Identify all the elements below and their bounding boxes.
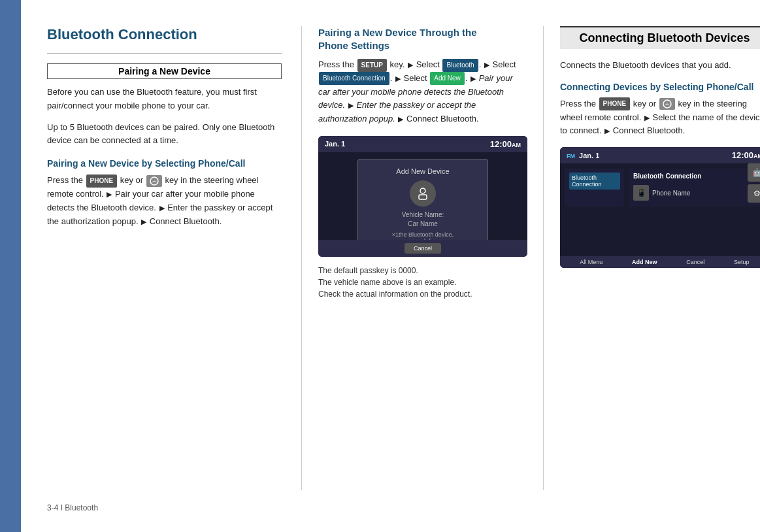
- left-sidebar: [0, 0, 21, 532]
- setup-button: SETUP: [357, 59, 387, 72]
- bt-connection-menu-item: Bluetooth Connection: [569, 173, 620, 190]
- subsection1-text4: Connect Bluetooth.: [150, 216, 222, 226]
- vehicle-label: Vehicle Name: Car Name: [366, 210, 480, 229]
- footer-text: 3-4 I Bluetooth: [47, 503, 98, 512]
- intro-text-1: Before you can use the Bluetooth feature…: [47, 86, 282, 113]
- connecting-devices-subtitle: Connecting Devices by Selecting Phone/Ca…: [560, 82, 760, 92]
- right-text1-prefix: Press the: [560, 99, 596, 108]
- device-icon: [410, 180, 436, 207]
- middle-text6: Connect Bluetooth.: [406, 114, 479, 124]
- arrow3: ▶: [141, 218, 146, 225]
- phone-button-label: PHONE: [86, 175, 118, 188]
- middle-body-text: Press the SETUP key. ▶ Select Bluetooth.…: [318, 58, 527, 126]
- middle-arrow3: ▶: [395, 75, 401, 82]
- subsection1-title: Pairing a New Device by Selecting Phone/…: [47, 158, 282, 169]
- middle-arrow4: ▶: [471, 75, 476, 82]
- subsection1-body: Press the PHONE key or key in the steeri…: [47, 174, 282, 228]
- right-text1-mid: key or: [633, 99, 656, 108]
- screen-footer: Cancel: [318, 240, 527, 257]
- cancel-screen-btn: Cancel: [405, 243, 441, 254]
- right-screen-footer: All Menu Add New Cancel Setup: [560, 256, 760, 268]
- fm-label: FM: [567, 153, 575, 159]
- middle-arrow5: ▶: [348, 101, 354, 109]
- caption-1: The default passkey is 0000.: [318, 265, 527, 276]
- right-phone-button: PHONE: [599, 97, 631, 110]
- caption-3: Check the actual information on the prod…: [318, 288, 527, 300]
- middle-text1-mid: key.: [390, 59, 405, 69]
- arrow2: ▶: [159, 204, 165, 212]
- subsection1-text-mid: key or: [120, 175, 143, 185]
- left-column: Bluetooth Connection Pairing a New Devic…: [47, 26, 302, 490]
- bt-content-title: Bluetooth Connection: [633, 173, 760, 180]
- add-new-button: Add New: [430, 72, 465, 85]
- bt-device-row: 📱 Phone Name: [633, 183, 760, 203]
- columns-layout: Bluetooth Connection Pairing a New Devic…: [47, 26, 760, 490]
- right-text3: Connect Bluetooth.: [613, 125, 686, 135]
- right-body: Press the PHONE key or key in the steeri…: [560, 97, 760, 138]
- divider: [47, 53, 282, 54]
- middle-title: Pairing a New Device Through the Phone S…: [318, 26, 527, 52]
- bluetooth-connection-button: Bluetooth Connection: [319, 72, 389, 85]
- middle-text1-prefix: Press the: [318, 59, 354, 69]
- bt-content-right: Bluetooth Connection 📱 Phone Name: [629, 169, 760, 207]
- bluetooth-button: Bluetooth: [442, 59, 478, 72]
- middle-text3-pre: Select: [403, 73, 427, 83]
- right-arrow2: ▶: [604, 127, 610, 135]
- screen-date: Jan. 1: [325, 140, 345, 148]
- right-column: Connecting Bluetooth Devices Connects th…: [544, 26, 760, 490]
- arrow1: ▶: [107, 190, 112, 198]
- bt-menu-left: Bluetooth Connection: [565, 169, 624, 207]
- pairing-new-device-heading: Pairing a New Device: [47, 63, 282, 79]
- middle-text1-mid2: Select: [416, 59, 440, 69]
- footer-all-menu-btn: All Menu: [580, 259, 603, 265]
- footer-add-new-btn: Add New: [632, 259, 657, 265]
- right-screen-mockup: FM Jan. 1 12:00AM Bluetooth Connection B…: [560, 147, 760, 268]
- modal-title: Add New Device: [366, 167, 480, 175]
- phone-screen-mockup: Jan. 1 12:00AM Add New Device: [318, 136, 527, 257]
- main-content: Bluetooth Connection Pairing a New Devic…: [21, 0, 760, 532]
- subsection1-text-prefix: Press the: [47, 175, 83, 185]
- footer-setup-btn: Setup: [734, 259, 750, 265]
- middle-arrow6: ▶: [398, 115, 403, 123]
- screen-header: Jan. 1 12:00AM: [318, 136, 527, 152]
- page-footer: 3-4 I Bluetooth: [47, 490, 760, 512]
- right-arrow1: ▶: [644, 114, 650, 122]
- settings-icon: ⚙: [748, 184, 760, 203]
- right-side-icons: 🤖 ⚙: [748, 163, 760, 203]
- android-icon: 🤖: [748, 163, 760, 182]
- connecting-bt-devices-title: Connecting Bluetooth Devices: [560, 26, 760, 49]
- right-steering-wheel-icon: [659, 98, 675, 110]
- svg-point-1: [420, 188, 425, 193]
- bt-device-name: Phone Name: [652, 190, 690, 197]
- bluetooth-connection-title: Bluetooth Connection: [47, 26, 282, 43]
- right-screen-header: FM Jan. 1 12:00AM: [560, 147, 760, 163]
- middle-title-line1: Pairing a New Device Through the: [318, 27, 477, 38]
- right-intro-text: Connects the Bluetooth devices that you …: [560, 59, 760, 73]
- middle-arrow1: ▶: [408, 61, 413, 69]
- footer-cancel-btn: Cancel: [686, 259, 704, 265]
- middle-column: Pairing a New Device Through the Phone S…: [302, 26, 544, 490]
- middle-text2-pre: Select: [493, 59, 516, 69]
- intro-text-2: Up to 5 Bluetooth devices can be paired.…: [47, 121, 282, 148]
- svg-rect-2: [419, 195, 427, 199]
- middle-arrow2: ▶: [484, 61, 489, 69]
- bt-device-icon: 📱: [633, 185, 649, 201]
- caption-2: The vehicle name above is an example.: [318, 276, 527, 288]
- right-screen-time: 12:00AM: [732, 150, 760, 160]
- screen-time: 12:00AM: [490, 139, 521, 149]
- middle-title-line2: Phone Settings: [318, 40, 389, 51]
- right-screen-date: FM Jan. 1: [567, 152, 599, 159]
- bt-screen-body: Bluetooth Connection Bluetooth Connectio…: [560, 163, 760, 212]
- steering-wheel-icon-btn: [146, 175, 162, 187]
